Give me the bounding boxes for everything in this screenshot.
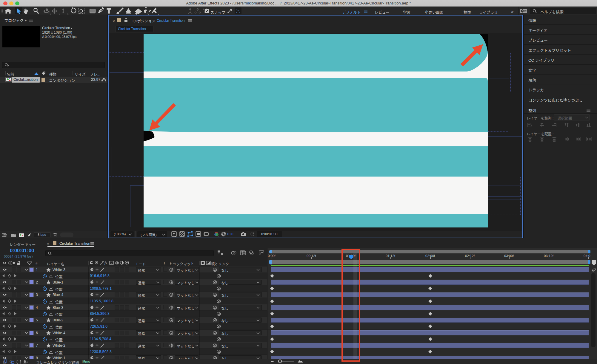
svg-text:fx: fx <box>104 261 107 265</box>
